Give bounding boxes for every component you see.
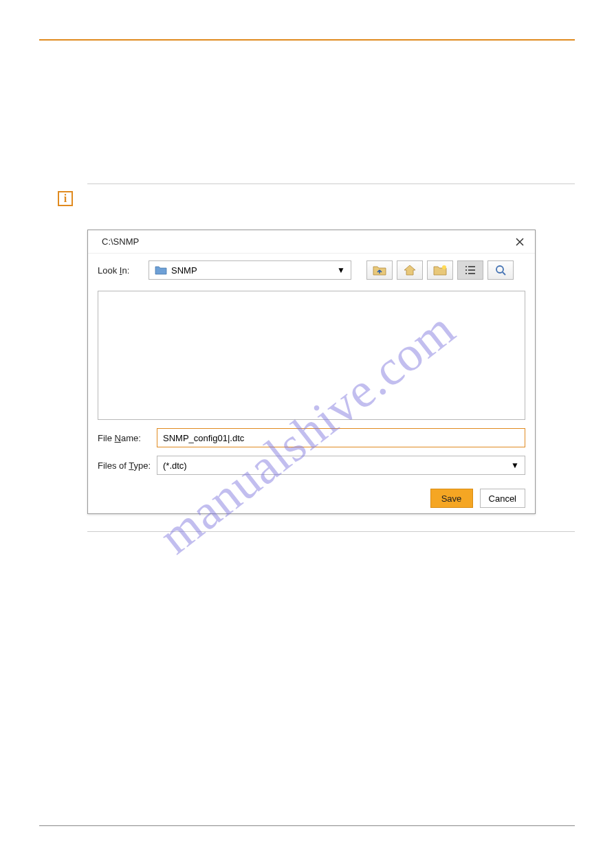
cancel-button[interactable]: Cancel — [480, 489, 525, 508]
up-folder-button[interactable] — [366, 260, 393, 280]
dialog-button-row: Save Cancel — [88, 479, 535, 508]
chevron-down-icon: ▼ — [337, 265, 345, 275]
svg-rect-5 — [465, 273, 467, 274]
new-folder-button[interactable] — [427, 260, 453, 280]
file-type-select[interactable]: (*.dtc) ▼ — [157, 456, 525, 475]
lbl-part: Look — [98, 265, 120, 276]
file-name-row: File Name: — [88, 424, 535, 452]
file-list-area[interactable] — [98, 291, 525, 420]
file-type-value: (*.dtc) — [163, 460, 187, 471]
new-folder-icon — [432, 264, 448, 276]
content-divider — [87, 531, 575, 532]
lbl-part: ype: — [134, 460, 151, 471]
file-type-row: Files of Type: (*.dtc) ▼ — [88, 452, 535, 479]
lbl-u: N — [115, 433, 121, 443]
save-dialog: C:\SNMP Look In: SNMP ▼ — [87, 230, 536, 514]
page-top-rule — [39, 39, 575, 41]
save-button[interactable]: Save — [430, 489, 473, 508]
folder-icon — [155, 265, 167, 275]
file-name-input[interactable] — [157, 428, 525, 447]
svg-rect-2 — [468, 266, 475, 267]
lbl-part: File — [98, 433, 115, 443]
look-in-label: Look In: — [98, 265, 144, 276]
home-button[interactable] — [397, 260, 423, 280]
svg-rect-3 — [465, 269, 467, 271]
list-view-button[interactable] — [457, 260, 483, 280]
home-icon — [403, 264, 417, 276]
svg-rect-1 — [465, 266, 467, 267]
lbl-part: n: — [122, 265, 129, 276]
content-divider — [87, 183, 575, 184]
close-button[interactable] — [512, 234, 528, 250]
svg-point-0 — [442, 265, 446, 269]
svg-rect-4 — [468, 269, 475, 271]
dialog-titlebar: C:\SNMP — [88, 230, 535, 254]
list-view-icon — [464, 265, 476, 276]
details-view-icon — [494, 264, 507, 276]
lbl-part: ame: — [121, 433, 141, 443]
close-icon — [515, 237, 525, 247]
lbl-part: Files of — [98, 460, 129, 471]
look-in-value: SNMP — [171, 265, 197, 276]
lbl-u: T — [129, 460, 133, 471]
dialog-title: C:\SNMP — [102, 236, 139, 247]
svg-rect-6 — [468, 273, 475, 274]
file-name-label: File Name: — [98, 433, 157, 443]
info-icon: i — [58, 191, 73, 206]
chevron-down-icon: ▼ — [511, 460, 519, 470]
page-bottom-rule — [39, 825, 575, 826]
up-folder-icon — [372, 264, 387, 276]
svg-point-7 — [496, 266, 503, 273]
look-in-select[interactable]: SNMP ▼ — [149, 260, 351, 280]
file-type-label: Files of Type: — [98, 460, 157, 471]
look-in-row: Look In: SNMP ▼ — [88, 254, 535, 287]
details-view-button[interactable] — [487, 260, 514, 280]
